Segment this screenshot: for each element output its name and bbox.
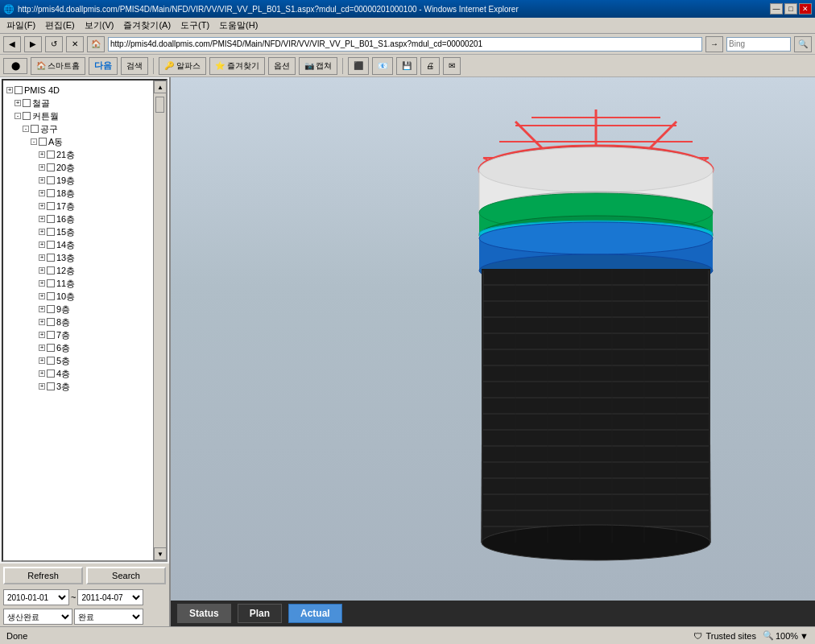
root-expander[interactable]: + xyxy=(6,87,13,93)
19-checkbox[interactable] xyxy=(47,176,55,184)
menu-favorites[interactable]: 즐겨찾기(A) xyxy=(118,18,176,33)
4-checkbox[interactable] xyxy=(47,369,55,378)
17-expander[interactable]: + xyxy=(39,203,45,209)
bing-search-button[interactable]: 🔍 xyxy=(794,36,812,52)
20-expander[interactable]: + xyxy=(39,164,45,171)
13-expander[interactable]: + xyxy=(39,254,45,261)
19-expander[interactable]: + xyxy=(39,177,45,184)
root-label: PMIS 4D xyxy=(24,84,60,97)
7-expander[interactable]: + xyxy=(39,332,45,338)
12-expander[interactable]: + xyxy=(39,267,45,274)
21-label: 21층 xyxy=(56,148,75,161)
minimize-button[interactable]: — xyxy=(770,3,783,14)
gonggu-checkbox[interactable] xyxy=(31,125,39,133)
curtain-checkbox[interactable] xyxy=(23,112,31,120)
4-expander[interactable]: + xyxy=(39,370,45,377)
3-checkbox[interactable] xyxy=(47,382,55,390)
menu-file[interactable]: 파일(F) xyxy=(2,18,40,33)
favorites-button[interactable]: ⭐ 즐겨찾기 xyxy=(209,57,265,75)
main-content: + PMIS 4D + 철골 - 커튼월 - xyxy=(0,77,815,626)
stop-button[interactable]: ✕ xyxy=(66,36,84,52)
icon4-button[interactable]: 🖨 xyxy=(420,57,440,75)
14-checkbox[interactable] xyxy=(47,241,55,249)
alpas-button[interactable]: 🔑 알파스 xyxy=(159,57,206,75)
15-checkbox[interactable] xyxy=(47,228,55,236)
20-checkbox[interactable] xyxy=(47,163,55,171)
production-status-select[interactable]: 생산완료 xyxy=(3,609,72,625)
18-expander[interactable]: + xyxy=(39,190,45,196)
9-expander[interactable]: + xyxy=(39,306,45,312)
16-checkbox[interactable] xyxy=(47,215,55,223)
zoom-level: 100% xyxy=(776,631,798,641)
cheolgeol-expander[interactable]: + xyxy=(14,100,21,106)
3-expander[interactable]: + xyxy=(39,383,45,390)
8-expander[interactable]: + xyxy=(39,319,45,325)
icon5-button[interactable]: ✉ xyxy=(443,57,461,75)
12-checkbox[interactable] xyxy=(47,266,55,275)
menu-view[interactable]: 보기(V) xyxy=(80,18,119,33)
actual-view-button[interactable]: Actual xyxy=(288,604,342,623)
icon1-button[interactable]: ⬛ xyxy=(348,57,369,75)
date-from-select[interactable]: 2010-01-01 xyxy=(3,589,69,605)
5-expander[interactable]: + xyxy=(39,357,45,364)
adong-checkbox[interactable] xyxy=(39,138,47,146)
maximize-button[interactable]: □ xyxy=(784,3,797,14)
menu-help[interactable]: 도움말(H) xyxy=(214,18,263,33)
10-expander[interactable]: + xyxy=(39,293,45,299)
close-button[interactable]: ✕ xyxy=(799,3,812,14)
17-checkbox[interactable] xyxy=(47,202,55,210)
tree-item-cheolgeol: + 철골 xyxy=(6,97,163,109)
plan-view-button[interactable]: Plan xyxy=(238,604,282,623)
home-button[interactable]: 🏠 xyxy=(87,36,105,52)
search-button[interactable]: Search xyxy=(86,567,166,584)
root-checkbox[interactable] xyxy=(14,86,23,94)
21-checkbox[interactable] xyxy=(47,151,55,159)
scroll-down-button[interactable]: ▼ xyxy=(154,547,167,560)
address-input[interactable] xyxy=(108,37,702,52)
15-expander[interactable]: + xyxy=(39,229,45,235)
cheolgeol-checkbox[interactable] xyxy=(23,99,31,107)
bing-search-input[interactable] xyxy=(726,37,791,52)
adong-expander[interactable]: - xyxy=(31,138,37,145)
9-checkbox[interactable] xyxy=(47,305,55,313)
8-checkbox[interactable] xyxy=(47,318,55,326)
smart-home-button[interactable]: 🏠 스마트홈 xyxy=(31,57,85,75)
tree-scrollbar[interactable]: ▲ ▼ xyxy=(153,80,166,560)
11-expander[interactable]: + xyxy=(39,280,45,287)
gonggu-expander[interactable]: - xyxy=(23,126,29,132)
16-expander[interactable]: + xyxy=(39,216,45,222)
13-checkbox[interactable] xyxy=(47,254,55,262)
capture-button[interactable]: 📷 캡쳐 xyxy=(299,57,338,75)
scroll-up-button[interactable]: ▲ xyxy=(154,80,167,93)
21-expander[interactable]: + xyxy=(39,151,45,158)
back-button[interactable]: ◀ xyxy=(3,36,21,52)
toolbar-back-button[interactable]: ⬤ xyxy=(3,58,27,74)
7-checkbox[interactable] xyxy=(47,331,55,339)
menu-edit[interactable]: 편집(E) xyxy=(40,18,80,33)
zoom-dropdown-icon[interactable]: ▼ xyxy=(800,631,809,641)
18-checkbox[interactable] xyxy=(47,189,55,197)
options-button[interactable]: 옵션 xyxy=(268,57,296,75)
icon3-button[interactable]: 💾 xyxy=(396,57,417,75)
daum-button[interactable]: 다음 xyxy=(89,57,118,75)
14-expander[interactable]: + xyxy=(39,242,45,248)
11-checkbox[interactable] xyxy=(47,279,55,287)
go-button[interactable]: → xyxy=(705,36,723,52)
scroll-thumb[interactable] xyxy=(155,97,164,113)
date-to-select[interactable]: 2011-04-07 xyxy=(77,589,143,605)
refresh-button[interactable]: Refresh xyxy=(3,567,83,584)
5-checkbox[interactable] xyxy=(47,357,55,365)
svg-rect-22 xyxy=(482,269,710,543)
left-panel: + PMIS 4D + 철골 - 커튼월 - xyxy=(0,77,171,626)
forward-button[interactable]: ▶ xyxy=(24,36,42,52)
refresh-nav-button[interactable]: ↺ xyxy=(45,36,63,52)
6-expander[interactable]: + xyxy=(39,345,45,351)
status-view-button[interactable]: Status xyxy=(177,604,231,623)
search-toolbar-button[interactable]: 검색 xyxy=(121,57,148,75)
10-checkbox[interactable] xyxy=(47,292,55,300)
6-checkbox[interactable] xyxy=(47,344,55,352)
curtain-expander[interactable]: - xyxy=(14,113,21,119)
completion-status-select[interactable]: 완료 xyxy=(74,609,143,625)
menu-tools[interactable]: 도구(T) xyxy=(176,18,214,33)
icon2-button[interactable]: 📧 xyxy=(372,57,393,75)
